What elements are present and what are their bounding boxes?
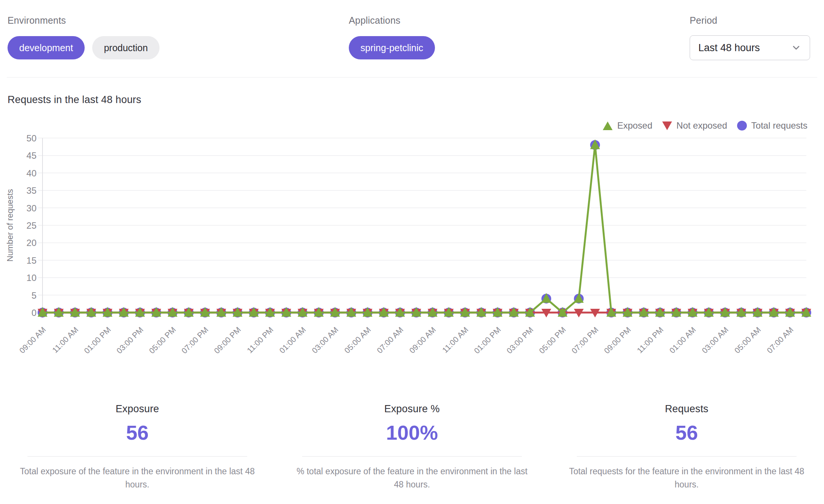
- svg-text:09:00 PM: 09:00 PM: [212, 325, 242, 355]
- svg-text:07:00 PM: 07:00 PM: [180, 325, 210, 355]
- stat-value: 56: [675, 421, 698, 444]
- svg-text:11:00 AM: 11:00 AM: [50, 325, 80, 355]
- stat-card-exposure-percent: Exposure % 100% % total exposure of the …: [275, 403, 549, 491]
- svg-text:30: 30: [26, 203, 36, 213]
- svg-text:11:00 AM: 11:00 AM: [441, 325, 470, 355]
- svg-text:01:00 PM: 01:00 PM: [472, 325, 502, 355]
- svg-text:03:00 AM: 03:00 AM: [700, 325, 730, 355]
- svg-text:09:00 AM: 09:00 AM: [407, 325, 437, 355]
- svg-text:07:00 PM: 07:00 PM: [570, 325, 600, 355]
- svg-text:05:00 PM: 05:00 PM: [147, 325, 178, 355]
- svg-text:01:00 AM: 01:00 AM: [667, 325, 697, 355]
- stat-description: Total requests for the feature in the en…: [566, 465, 807, 491]
- svg-text:03:00 PM: 03:00 PM: [115, 325, 145, 355]
- svg-text:50: 50: [26, 133, 36, 143]
- stat-title: Exposure %: [384, 403, 440, 415]
- stat-divider: [27, 456, 247, 457]
- stat-value: 56: [126, 421, 149, 444]
- svg-text:10: 10: [26, 273, 36, 283]
- svg-text:03:00 AM: 03:00 AM: [310, 325, 340, 355]
- svg-text:5: 5: [32, 290, 36, 301]
- stat-description: Total exposure of the feature in the env…: [17, 465, 258, 491]
- svg-text:20: 20: [26, 238, 36, 248]
- svg-text:15: 15: [26, 255, 36, 266]
- summary-stats: Exposure 56 Total exposure of the featur…: [0, 403, 824, 491]
- svg-text:Number of requests: Number of requests: [5, 189, 15, 261]
- svg-text:09:00 AM: 09:00 AM: [18, 325, 47, 355]
- stat-description: % total exposure of the feature in the e…: [292, 465, 532, 491]
- svg-text:03:00 PM: 03:00 PM: [505, 325, 535, 355]
- svg-text:11:00 PM: 11:00 PM: [245, 325, 275, 355]
- svg-text:35: 35: [26, 185, 36, 196]
- svg-text:01:00 PM: 01:00 PM: [82, 325, 113, 355]
- stat-divider: [577, 456, 797, 457]
- stat-title: Requests: [665, 403, 708, 415]
- svg-text:0: 0: [32, 308, 36, 318]
- stat-divider: [302, 456, 522, 457]
- svg-text:01:00 AM: 01:00 AM: [278, 325, 307, 355]
- svg-text:11:00 PM: 11:00 PM: [635, 325, 665, 355]
- stat-title: Exposure: [116, 403, 159, 415]
- svg-text:09:00 PM: 09:00 PM: [602, 325, 632, 355]
- svg-text:05:00 PM: 05:00 PM: [537, 325, 567, 355]
- stat-card-exposure: Exposure 56 Total exposure of the featur…: [0, 403, 275, 491]
- svg-text:25: 25: [26, 220, 36, 231]
- stat-value: 100%: [386, 421, 438, 444]
- stat-card-requests: Requests 56 Total requests for the featu…: [549, 403, 824, 491]
- svg-text:07:00 AM: 07:00 AM: [765, 325, 795, 355]
- svg-text:07:00 AM: 07:00 AM: [375, 325, 405, 355]
- requests-line-chart: 05101520253035404550Number of requests09…: [0, 0, 824, 380]
- svg-text:05:00 AM: 05:00 AM: [343, 325, 372, 355]
- svg-text:40: 40: [26, 168, 36, 178]
- svg-text:05:00 AM: 05:00 AM: [733, 325, 762, 355]
- feature-metrics-dashboard: Environments development production Appl…: [0, 0, 824, 504]
- svg-text:45: 45: [26, 150, 36, 161]
